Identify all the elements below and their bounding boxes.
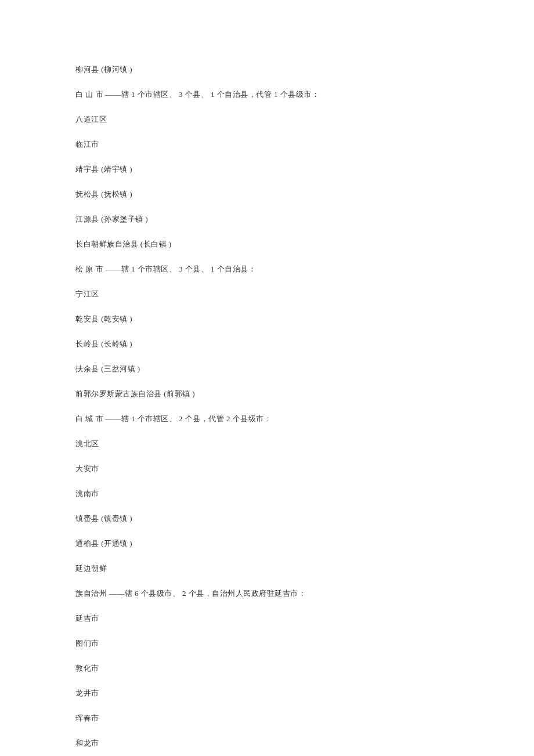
text-line: 延吉市 xyxy=(75,613,459,624)
text-line: 松 原 市 ——辖 1 个市辖区、 3 个县、 1 个自治县： xyxy=(75,263,459,275)
text-line: 珲春市 xyxy=(75,712,459,724)
text-line: 和龙市 xyxy=(75,737,459,749)
text-line: 八道江区 xyxy=(75,114,459,125)
text-line: 乾安县 (乾安镇 ) xyxy=(75,313,459,325)
text-line: 洮北区 xyxy=(75,438,459,450)
text-line: 龙井市 xyxy=(75,688,459,699)
text-line: 宁江区 xyxy=(75,288,459,300)
text-line: 敦化市 xyxy=(75,663,459,674)
text-line: 江源县 (孙家堡子镇 ) xyxy=(75,214,459,225)
text-line: 大安市 xyxy=(75,463,459,475)
text-line: 通榆县 (开通镇 ) xyxy=(75,538,459,549)
text-line: 长白朝鲜族自治县 (长白镇 ) xyxy=(75,238,459,250)
text-line: 扶余县 (三岔河镇 ) xyxy=(75,363,459,375)
text-line: 镇赉县 (镇赉镇 ) xyxy=(75,513,459,525)
text-line: 洮南市 xyxy=(75,488,459,500)
text-line: 图们市 xyxy=(75,638,459,649)
document-content: 柳河县 (柳河镇 ) 白 山 市 ——辖 1 个市辖区、 3 个县、 1 个自治… xyxy=(75,64,459,756)
text-line: 临江市 xyxy=(75,139,459,150)
text-line: 抚松县 (抚松镇 ) xyxy=(75,189,459,200)
text-line: 族自治州 ——辖 6 个县级市、 2 个县，自治州人民政府驻延吉市： xyxy=(75,588,459,599)
text-line: 靖宇县 (靖宇镇 ) xyxy=(75,164,459,175)
text-line: 延边朝鲜 xyxy=(75,563,459,574)
text-line: 长岭县 (长岭镇 ) xyxy=(75,338,459,350)
text-line: 白 山 市 ——辖 1 个市辖区、 3 个县、 1 个自治县，代管 1 个县级市… xyxy=(75,89,459,100)
text-line: 柳河县 (柳河镇 ) xyxy=(75,64,459,75)
text-line: 白 城 市 ——辖 1 个市辖区、 2 个县，代管 2 个县级市： xyxy=(75,413,459,425)
text-line: 前郭尔罗斯蒙古族自治县 (前郭镇 ) xyxy=(75,388,459,400)
